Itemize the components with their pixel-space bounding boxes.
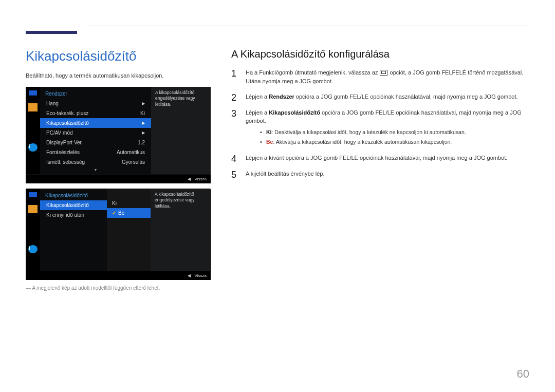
menu-item-label: Eco-takarék. plusz <box>46 110 88 116</box>
back-label[interactable]: Vissza <box>195 273 207 278</box>
gear-icon <box>28 130 38 138</box>
menu-item-offtimer[interactable]: Kikapcsolásidőzítő▶ <box>40 118 151 128</box>
menu-icon <box>380 70 387 76</box>
osd-footer: ◀ Vissza <box>26 174 211 183</box>
menu-item-label: Kikapcsolásidőzítő <box>46 202 89 208</box>
option-label-ki: Ki <box>266 129 272 135</box>
osd-options-list: Ki ✓Be <box>107 189 151 271</box>
menu-item-label: Ismétl. sebesség <box>46 159 85 165</box>
option-label-be: Be <box>266 139 273 145</box>
color-icon <box>28 103 38 111</box>
menu-item-value: Automatikus <box>117 150 145 155</box>
menu-item-label: Hang <box>46 101 59 106</box>
chevron-right-icon: ▶ <box>142 121 145 125</box>
option-label: Be <box>118 210 124 216</box>
target-icon <box>28 117 38 125</box>
check-icon: ✓ <box>112 210 116 216</box>
emphasis: Kikapcsolásidőzítő <box>269 109 320 116</box>
menu-item-label: Forrásészlelés <box>46 150 80 155</box>
submenu-item-offtimer[interactable]: Kikapcsolásidőzítő <box>40 200 107 210</box>
option-ki[interactable]: Ki <box>107 198 151 208</box>
bullet-ki: Ki: Deaktiválja a kikapcsolási időt, hog… <box>260 128 529 137</box>
osd-iconbar: i <box>26 189 40 271</box>
section-title: Kikapcsolásidőzítő <box>26 48 211 64</box>
bullet-be: Be: Aktiválja a kikapcsolási időt, hogy … <box>260 138 529 146</box>
menu-item-repeat[interactable]: Ismétl. sebességGyorsulás <box>40 157 151 167</box>
back-label[interactable]: Vissza <box>195 177 207 181</box>
menu-item-label: PC/AV mód <box>46 130 73 136</box>
osd-menu-system: i Rendszer Hang▶ Eco-takarék. pluszKi Ki… <box>26 87 211 183</box>
subsection-title: A Kikapcsolásidőzítő konfigurálása <box>231 48 529 60</box>
back-icon[interactable]: ◀ <box>188 273 191 278</box>
menu-item-autosource[interactable]: ForrásészlelésAutomatikus <box>40 147 151 157</box>
step-2: Lépjen a Rendszer opcióra a JOG gomb FEL… <box>231 92 529 101</box>
chevron-down-icon: ▾ <box>40 167 151 172</box>
target-icon <box>28 218 38 227</box>
menu-item-value: 1.2 <box>138 140 145 145</box>
osd-title: Kikapcsolásidőzítő <box>40 191 107 200</box>
options-bullets: Ki: Deaktiválja a kikapcsolási időt, hog… <box>260 128 529 147</box>
osd-iconbar: i <box>26 87 40 174</box>
chevron-right-icon: ▶ <box>142 130 145 135</box>
section-description: Beállítható, hogy a termék automatikusan… <box>26 72 211 79</box>
back-icon[interactable]: ◀ <box>188 177 191 181</box>
picture-icon <box>28 90 38 98</box>
bullet-text: : Aktiválja a kikapcsolási időt, hogy a … <box>273 139 452 145</box>
info-icon: i <box>28 245 38 253</box>
chevron-right-icon: ▶ <box>142 101 145 106</box>
submenu-item-offafter[interactable]: Ki ennyi idő után <box>40 210 107 220</box>
step-4: Lépjen a kívánt opcióra a JOG gomb FEL/L… <box>231 154 529 162</box>
osd-help-text: A kikapcsolásidőzítő engedélyezése vagy … <box>151 87 211 174</box>
option-be[interactable]: ✓Be <box>107 208 151 218</box>
model-note: ― A megjelenő kép az adott modelltől füg… <box>26 285 211 291</box>
step-text: Lépjen a <box>246 109 269 116</box>
step-text: Ha a Funkciógomb útmutató megjelenik, vá… <box>246 69 379 76</box>
menu-item-dpver[interactable]: DisplayPort Ver.1.2 <box>40 138 151 147</box>
osd-menu-offtimer: i Kikapcsolásidőzítő Kikapcsolásidőzítő … <box>26 189 211 280</box>
steps-list: Ha a Funkciógomb útmutató megjelenik, vá… <box>231 68 529 178</box>
header-accent-bar <box>26 31 77 34</box>
osd-title: Rendszer <box>40 89 151 99</box>
step-text: Lépjen a <box>246 94 269 100</box>
picture-icon <box>28 192 38 200</box>
menu-item-label: Kikapcsolásidőzítő <box>46 120 89 126</box>
menu-item-value: Gyorsulás <box>122 159 145 165</box>
bullet-text: : Deaktiválja a kikapcsolási időt, hogy … <box>272 129 466 135</box>
step-text: opcióra a JOG gomb FEL/LE opcióinak hasz… <box>294 94 518 100</box>
osd-footer: ◀ Vissza <box>26 271 211 280</box>
menu-item-label: DisplayPort Ver. <box>46 140 83 145</box>
page-number: 60 <box>517 367 529 381</box>
menu-item-value: Ki <box>140 110 145 116</box>
emphasis: Rendszer <box>269 94 294 100</box>
menu-item-pcav[interactable]: PC/AV mód▶ <box>40 128 151 138</box>
step-5: A kijelölt beállítás érvénybe lép. <box>231 170 529 178</box>
menu-item-hang[interactable]: Hang▶ <box>40 99 151 108</box>
header-rule <box>87 26 529 26</box>
step-3: Lépjen a Kikapcsolásidőzítő opcióra a JO… <box>231 108 529 147</box>
menu-item-label: Ki ennyi idő után <box>46 212 84 218</box>
color-icon <box>28 205 38 213</box>
menu-item-eco[interactable]: Eco-takarék. pluszKi <box>40 108 151 118</box>
osd-help-text: A kikapcsolásidőzítő engedélyezése vagy … <box>151 189 210 271</box>
step-1: Ha a Funkciógomb útmutató megjelenik, vá… <box>231 68 529 85</box>
gear-icon <box>28 232 38 240</box>
info-icon: i <box>28 143 38 152</box>
